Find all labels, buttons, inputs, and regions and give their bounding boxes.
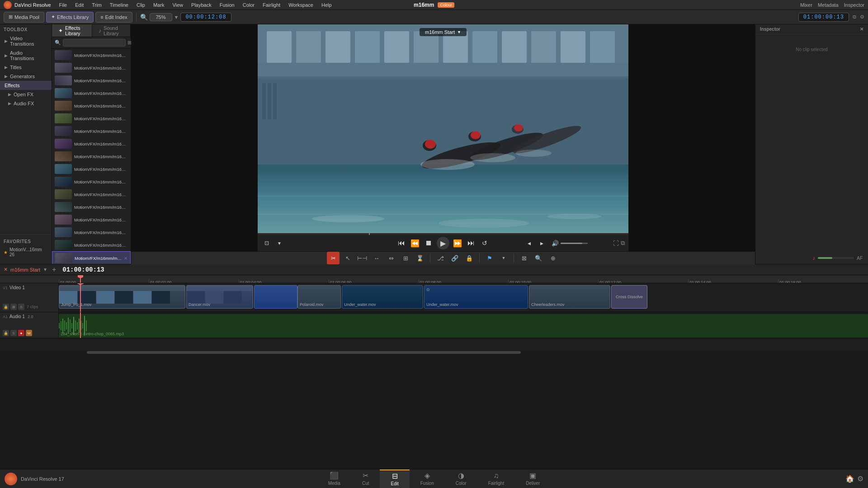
tab-sound-library[interactable]: ♪ Sound Library <box>92 24 131 37</box>
step-fwd-btn[interactable]: ⏩ <box>452 238 463 249</box>
track-snap-btn[interactable]: ⊠ <box>10 304 17 310</box>
step-back-btn[interactable]: ⏪ <box>410 238 420 249</box>
menu-fairlight[interactable]: Fairlight <box>259 1 284 9</box>
menu-help[interactable]: Help <box>318 1 335 9</box>
video-track-content[interactable]: Jump_Po_1.mov Dancer.mov <box>59 283 868 312</box>
inspector-close[interactable]: ✕ <box>860 27 863 32</box>
clip-underwater-2[interactable]: ⊙ Under_water.mov <box>424 285 528 309</box>
effects-library-btn[interactable]: ✦ Effects Library <box>46 12 94 23</box>
clip-jump[interactable]: Jump_Po_1.mov <box>59 285 185 309</box>
preview-dropdown-icon[interactable]: ▼ <box>274 238 285 249</box>
loop-btn[interactable]: ↺ <box>479 238 490 249</box>
select-tool[interactable]: ↖ <box>341 252 354 264</box>
slip-tool[interactable]: ↔ <box>370 252 383 264</box>
nav-cut[interactable]: ✂ Cut <box>351 469 380 488</box>
menu-view[interactable]: View <box>169 1 187 9</box>
effect-item-24[interactable]: MotionVFX/m16mm/m16mm 24 <box>52 226 131 239</box>
toolbox-audio-transitions[interactable]: ▶ Audio Transitions <box>0 48 52 63</box>
menu-playback[interactable]: Playback <box>188 1 215 9</box>
tab-effects-library[interactable]: ✦ Effects Library <box>52 24 92 37</box>
clip-cross-dissolve[interactable]: Cross Dissolve <box>611 285 647 309</box>
razor-tool[interactable]: ✂ <box>327 252 340 264</box>
toolbox-generators[interactable]: ▶ Generators <box>0 72 52 81</box>
effects-search-input[interactable] <box>63 39 126 47</box>
effect-item-23[interactable]: MotionVFX/m16mm/m16mm 23 <box>52 213 131 226</box>
media-pool-btn[interactable]: ⊞ Media Pool <box>4 12 44 23</box>
timeline-dropdown-icon[interactable]: ▼ <box>43 267 47 272</box>
blade-tool[interactable]: ⎇ <box>434 252 447 264</box>
effect-item-14[interactable]: MotionVFX/m16mm/m16mm 14 <box>52 99 131 112</box>
nav-color[interactable]: ◑ Color <box>445 469 477 488</box>
effect-item-21[interactable]: MotionVFX/m16mm/m16mm 21 <box>52 188 131 201</box>
trim-tool[interactable]: ⊢⊣ <box>356 252 368 264</box>
toolbox-effects[interactable]: Effects <box>0 81 52 90</box>
timecode-display[interactable]: 00:00:12:08 <box>180 13 231 22</box>
nav-edit[interactable]: ⊟ Edit <box>380 469 409 488</box>
menu-edit[interactable]: Edit <box>71 1 87 9</box>
split-view-icon[interactable]: ⧉ <box>853 14 856 20</box>
metadata-btn[interactable]: Metadata <box>818 2 839 8</box>
nav-fusion[interactable]: ◈ Fusion <box>410 469 445 488</box>
favorite-item-1[interactable]: ★ MotionV...16mm 26 <box>0 246 52 258</box>
zoom-display[interactable]: 75% <box>150 13 172 21</box>
toolbox-video-transitions[interactable]: ▶ Video Transitions <box>0 34 52 48</box>
go-start-btn[interactable]: ⏮ <box>396 238 407 249</box>
menu-clip[interactable]: Clip <box>133 1 149 9</box>
track-solo-btn[interactable]: S <box>18 304 24 310</box>
track-lock-a1[interactable]: 🔒 <box>3 330 9 336</box>
toolbox-titles[interactable]: ▶ Titles <box>0 63 52 72</box>
effect-item-26[interactable]: MotionVFX/m16mm/m16mm 26 ✕ <box>52 251 131 264</box>
zoom-tool[interactable]: ⊕ <box>547 252 559 264</box>
menu-color[interactable]: Color <box>239 1 258 9</box>
link-tool[interactable]: 🔗 <box>448 252 461 264</box>
timeline-ruler[interactable]: 01:00:00 01:00:02:00 01:00:04:00 01:00:0… <box>0 275 868 283</box>
timeline-scrollbar[interactable] <box>0 351 868 354</box>
clip-polaroid[interactable]: Polaroid.mov <box>297 285 341 309</box>
menu-trim[interactable]: Trim <box>88 1 105 9</box>
track-rec-a1[interactable]: ● <box>18 330 24 336</box>
scrollbar-thumb[interactable] <box>87 351 521 354</box>
magnify-tool[interactable]: 🔍 <box>532 252 545 264</box>
flag-tool[interactable]: ⚑ <box>483 252 496 264</box>
effect-item-10[interactable]: MotionVFX/m16mm/m16mm 10 <box>52 49 131 61</box>
menu-fusion[interactable]: Fusion <box>216 1 238 9</box>
effect-item-25[interactable]: MotionVFX/m16mm/m16mm 25 <box>52 239 131 251</box>
effect-item-18[interactable]: MotionVFX/m16mm/m16mm 18 <box>52 150 131 163</box>
nav-fairlight[interactable]: ♫ Fairlight <box>477 469 515 488</box>
toolbox-audio-fx[interactable]: ▶ Audio FX <box>0 99 52 108</box>
clip-dancer[interactable]: Dancer.mov <box>186 285 253 309</box>
home-icon[interactable]: 🏠 <box>845 474 854 483</box>
effect-item-20[interactable]: MotionVFX/m16mm/m16mm 20 <box>52 175 131 188</box>
preview-name-badge[interactable]: m16mm Start ▼ <box>420 28 467 36</box>
settings-icon[interactable]: ⚙ <box>860 14 864 20</box>
prev-frame-icon[interactable]: ◂ <box>524 238 534 249</box>
track-lock-btn[interactable]: 🔒 <box>3 304 9 310</box>
track-mute-a1[interactable]: M <box>26 330 32 336</box>
nav-deliver[interactable]: ▣ Deliver <box>515 469 551 488</box>
timeline-close-icon[interactable]: ✕ <box>4 267 8 272</box>
volume-icon[interactable]: 🔊 <box>552 240 559 247</box>
stop-btn[interactable]: ⏹ <box>423 238 434 249</box>
track-snap-a1[interactable]: S <box>10 330 17 336</box>
zoom-dropdown-icon[interactable]: ▼ <box>174 14 179 20</box>
go-end-btn[interactable]: ⏭ <box>466 238 476 249</box>
menu-workspace[interactable]: Workspace <box>285 1 317 9</box>
edit-index-btn[interactable]: ≡ Edit Index <box>95 12 132 23</box>
effect-item-11[interactable]: MotionVFX/m16mm/m16mm 11 <box>52 61 131 74</box>
audio-track-content[interactable]: 284_short-c / intro-chop_0065.mp3 <box>59 312 868 338</box>
menu-timeline[interactable]: Timeline <box>106 1 132 9</box>
effect-item-16[interactable]: MotionVFX/m16mm/m16mm 16 <box>52 125 131 137</box>
menu-mark[interactable]: Mark <box>150 1 168 9</box>
mixer-btn[interactable]: Mixer <box>800 2 812 8</box>
lock-tool[interactable]: 🔒 <box>463 252 476 264</box>
effect-item-19[interactable]: MotionVFX/m16mm/m16mm 19 <box>52 163 131 175</box>
slide-tool[interactable]: ⇔ <box>385 252 397 264</box>
fullscreen-icon[interactable]: ⛶ <box>613 240 619 247</box>
effect-item-13[interactable]: MotionVFX/m16mm/m16mm 13 <box>52 87 131 99</box>
volume-slider[interactable] <box>561 243 588 244</box>
preview-size-icon[interactable]: ⊡ <box>261 238 272 249</box>
effect-item-15[interactable]: MotionVFX/m16mm/m16mm 15 <box>52 112 131 125</box>
snap-tool[interactable]: ⊠ <box>518 252 530 264</box>
effect-item-12[interactable]: MotionVFX/m16mm/m16mm 12 <box>52 74 131 87</box>
effect-item-17[interactable]: MotionVFX/m16mm/m16mm 17 <box>52 137 131 150</box>
